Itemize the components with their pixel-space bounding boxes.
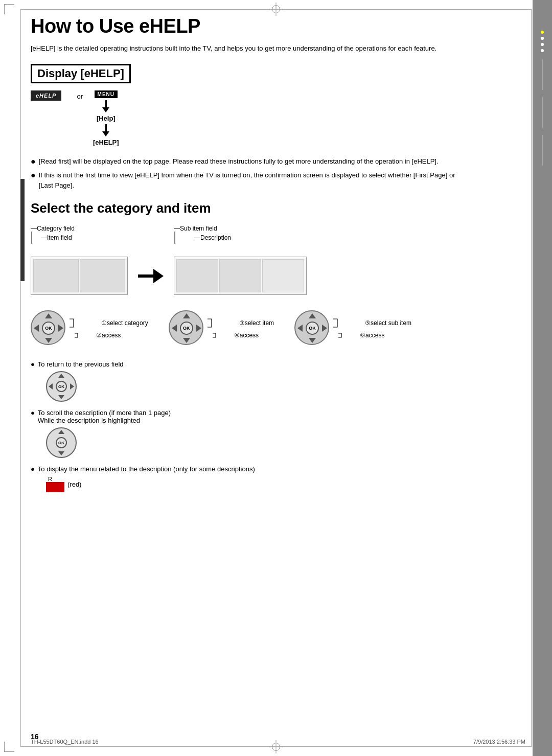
dpad-return-ok: OK: [56, 381, 67, 392]
bracket-svg-2b: [213, 331, 233, 339]
svg-text:—Category field: —Category field: [31, 225, 75, 232]
note-1-text: [Read first] will be displayed on the to…: [39, 156, 439, 167]
select-category-label: ①select category: [70, 317, 148, 329]
screen-mockup-3col: [174, 257, 307, 295]
ehelp-button-block: eHELP: [31, 90, 61, 101]
large-arrow-right: [138, 269, 164, 283]
access-label-2: ④access: [213, 331, 274, 339]
select-item-label: ③select item: [208, 317, 274, 329]
or-label: or: [77, 93, 83, 100]
screen-col-1: [33, 259, 79, 292]
dpad-up-3: [309, 313, 316, 318]
diagram-wrapper: [31, 257, 525, 295]
left-accent-bar: [20, 179, 25, 281]
step2-label-1: ②access: [96, 332, 121, 339]
step4-label: ④access: [234, 332, 259, 339]
display-ehelp-section: Display [eHELP] eHELP or MENU [Help]: [31, 64, 525, 146]
display-menu-text: To display the menu related to the descr…: [38, 465, 255, 473]
ok-label-1: OK: [42, 322, 55, 335]
nav-labels-2: ③select item ④access: [208, 317, 274, 339]
or-menu-path: or MENU [Help] [eHELP]: [77, 90, 119, 146]
nav-labels-1: ①select category ②access: [70, 317, 148, 339]
main-content: How to Use eHELP [eHELP] is the detailed…: [31, 15, 525, 530]
dpad-left-1: [34, 325, 39, 332]
svg-text:—Item field: —Item field: [41, 234, 72, 241]
step6-label: ⑥access: [360, 332, 384, 339]
bullet-menu: ●: [31, 465, 35, 473]
select-section: Select the category and item —Category f…: [31, 200, 525, 492]
bracket-svg-1: [70, 317, 100, 329]
dpad-2: OK: [169, 310, 204, 346]
note-1: ● [Read first] will be displayed on the …: [31, 156, 470, 167]
scroll-subtext: While the description is highlighted: [38, 417, 171, 424]
help-label: [Help]: [97, 114, 116, 122]
dpad-right-3: [322, 325, 327, 332]
dpad-down-3: [309, 338, 316, 343]
dpad-scroll-ok: OK: [56, 437, 67, 448]
nav-group-3: OK ⑤select sub item: [294, 310, 411, 346]
step5-label: ⑤select sub item: [365, 319, 411, 327]
subitem-field-label-group: —Sub item field —Description: [174, 224, 286, 251]
dpad-return-down: [58, 395, 64, 399]
page-border-top: [20, 9, 532, 10]
return-previous-section: ● To return to the previous field OK: [31, 360, 525, 402]
dpad-down-1: [45, 338, 52, 343]
dpad-right-1: [58, 325, 63, 332]
screen-mockup-2col: [31, 257, 128, 295]
bullet-1: ●: [31, 156, 36, 166]
dpad-return-right: [70, 383, 74, 390]
dpad-left-2: [172, 325, 177, 332]
footer: TH-L55DT60Q_EN.indd 16 7/9/2013 2:56:33 …: [31, 739, 525, 745]
arrow-down-2: [102, 124, 109, 136]
sidebar-dot-1: [541, 31, 544, 34]
nav-labels-3: ⑤select sub item ⑥access: [333, 317, 411, 339]
select-section-heading: Select the category and item: [31, 200, 525, 216]
crop-mark-bl: [4, 742, 14, 752]
menu-button: MENU: [95, 90, 118, 98]
bullet-return: ●: [31, 360, 35, 368]
scroll-label: ● To scroll the description (if more tha…: [31, 409, 525, 424]
ok-label-3: OK: [306, 322, 319, 335]
nav-group-2: OK ③select item: [169, 310, 274, 346]
note-2-text: If this is not the first time to view [e…: [39, 170, 470, 190]
dpad-left-3: [297, 325, 303, 332]
bracket-svg-3: [333, 317, 364, 329]
screen-col-a: [176, 259, 218, 292]
ok-label-2: OK: [180, 322, 193, 335]
right-sidebar: [533, 0, 552, 756]
scroll-text: To scroll the description (if more than …: [38, 409, 171, 417]
crop-mark-tl: [4, 4, 14, 14]
arrow-shaft: [138, 274, 153, 278]
fields-diagram-container: —Category field —Item field —Sub item fi…: [31, 224, 525, 295]
red-button: [46, 482, 64, 492]
dpad-return: OK: [46, 371, 77, 402]
dpad-up-2: [183, 313, 190, 318]
dpad-scroll: OK: [46, 427, 77, 458]
bullet-scroll: ●: [31, 409, 35, 417]
dpad-3: OK: [294, 310, 330, 346]
scroll-section: ● To scroll the description (if more tha…: [31, 409, 525, 458]
bracket-svg-3b: [338, 331, 359, 339]
svg-text:—Description: —Description: [194, 234, 231, 241]
nav-diagrams: OK ①select category: [31, 310, 525, 350]
category-field-label-group: —Category field —Item field: [31, 224, 123, 251]
dpad-return-left: [49, 383, 53, 390]
page-title: How to Use eHELP: [31, 15, 525, 37]
sidebar-dot-2: [541, 37, 544, 40]
dpad-up-1: [45, 313, 52, 318]
red-text: (red): [67, 480, 81, 488]
screen-col-2: [80, 259, 125, 292]
notes-section: ● [Read first] will be displayed on the …: [31, 156, 470, 191]
screen-col-b: [219, 259, 261, 292]
display-menu-section: ● To display the menu related to the des…: [31, 465, 525, 492]
page-border-bottom: [20, 746, 532, 747]
select-subitem-label: ⑤select sub item: [333, 317, 411, 329]
page-border-left: [20, 9, 21, 747]
dpad-right-2: [196, 325, 201, 332]
screen-col-c: [262, 259, 304, 292]
sidebar-dot-3: [541, 43, 544, 46]
display-section-heading: Display [eHELP]: [31, 64, 131, 83]
subitem-field-svg: —Sub item field —Description: [174, 224, 286, 250]
category-field-svg: —Category field —Item field: [31, 224, 123, 250]
svg-text:—Sub item field: —Sub item field: [174, 225, 217, 232]
